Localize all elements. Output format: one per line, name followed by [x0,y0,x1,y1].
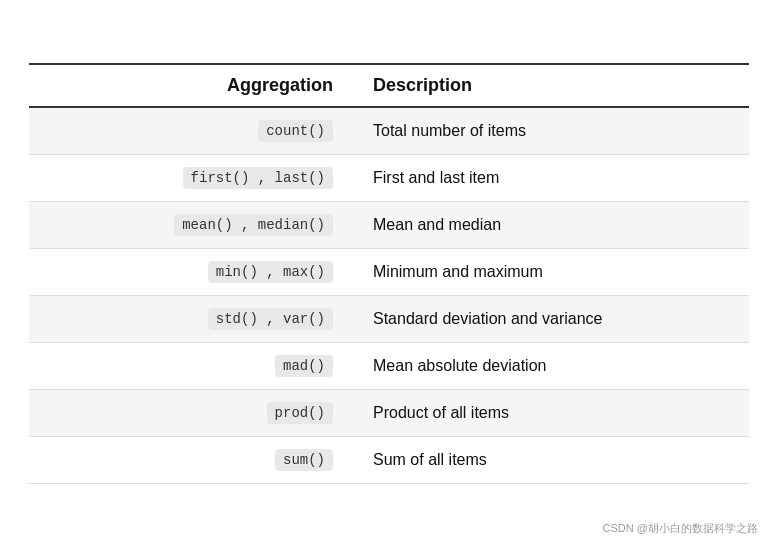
description-cell: Total number of items [353,107,749,155]
description-header: Description [353,64,749,107]
description-cell: Sum of all items [353,436,749,483]
code-badge: mad() [275,355,333,377]
code-badge: sum() [275,449,333,471]
description-cell: First and last item [353,154,749,201]
aggregation-cell: mean() , median() [29,201,353,248]
code-badge: prod() [267,402,333,424]
aggregation-header: Aggregation [29,64,353,107]
aggregation-cell: count() [29,107,353,155]
code-badge: std() , var() [208,308,333,330]
table-header-row: Aggregation Description [29,64,749,107]
table-row: count()Total number of items [29,107,749,155]
table-row: min() , max()Minimum and maximum [29,248,749,295]
code-badge: min() , max() [208,261,333,283]
aggregation-cell: prod() [29,389,353,436]
aggregation-cell: min() , max() [29,248,353,295]
code-badge: count() [258,120,333,142]
aggregation-cell: first() , last() [29,154,353,201]
description-cell: Mean and median [353,201,749,248]
table-row: sum()Sum of all items [29,436,749,483]
code-badge: first() , last() [183,167,333,189]
aggregation-cell: std() , var() [29,295,353,342]
table-row: prod()Product of all items [29,389,749,436]
table-row: first() , last()First and last item [29,154,749,201]
table-row: std() , var()Standard deviation and vari… [29,295,749,342]
table-row: mad()Mean absolute deviation [29,342,749,389]
table-container: Aggregation Description count()Total num… [29,63,749,484]
description-cell: Product of all items [353,389,749,436]
aggregation-cell: mad() [29,342,353,389]
description-cell: Standard deviation and variance [353,295,749,342]
watermark: CSDN @胡小白的数据科学之路 [603,521,758,536]
description-cell: Minimum and maximum [353,248,749,295]
description-cell: Mean absolute deviation [353,342,749,389]
aggregation-table: Aggregation Description count()Total num… [29,63,749,484]
aggregation-cell: sum() [29,436,353,483]
code-badge: mean() , median() [174,214,333,236]
table-row: mean() , median()Mean and median [29,201,749,248]
